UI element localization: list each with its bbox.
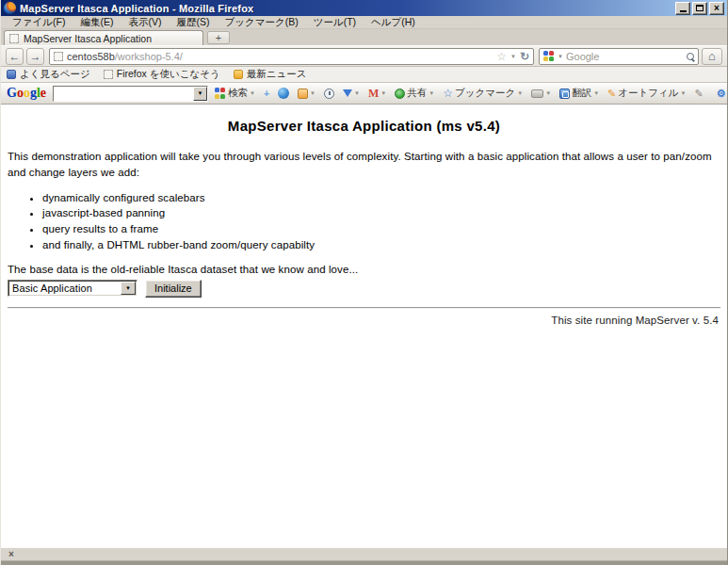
page-content: MapServer Itasca Application (ms v5.4) T… — [1, 105, 727, 547]
url-text: centos58b/workshop-5.4/ — [67, 51, 493, 62]
page-tools-button[interactable]: ▼ — [296, 88, 317, 100]
menu-bookmarks[interactable]: ブックマーク(B) — [217, 16, 305, 29]
find-bar-close-icon[interactable]: × — [8, 550, 14, 559]
close-button[interactable]: × — [709, 2, 724, 15]
app-controls: Basic Application ▼ Initialize — [8, 280, 720, 298]
autolink-button[interactable]: ▼ — [341, 89, 362, 98]
site-version-note: This site running MapServer v. 5.4 — [8, 315, 719, 326]
bookmark-label: よく見るページ — [20, 68, 90, 81]
minimize-button[interactable] — [675, 2, 690, 15]
default-favicon-icon — [9, 34, 19, 43]
menu-file[interactable]: ファイル(F) — [5, 16, 73, 29]
history-button[interactable] — [322, 88, 336, 100]
home-button[interactable]: ⌂ — [702, 48, 722, 65]
autofill-dropdown-icon[interactable]: ▼ — [681, 90, 687, 96]
feature-list: dynamically configured scalebars javascr… — [8, 191, 720, 252]
menu-tools[interactable]: ツール(T) — [306, 16, 364, 29]
gmail-icon: M — [368, 87, 379, 101]
google-balls-icon — [215, 88, 226, 99]
gmail-button[interactable]: M ▼ — [366, 86, 388, 102]
intro-paragraph: This demonstration application will take… — [8, 149, 720, 182]
toolbar-settings-button[interactable]: ⚙ ▼ — [715, 88, 728, 100]
gmail-dropdown-icon[interactable]: ▼ — [380, 90, 386, 96]
autolink-dropdown-icon[interactable]: ▼ — [354, 90, 360, 96]
initialize-button[interactable]: Initialize — [145, 280, 202, 298]
url-bar[interactable]: centos58b/workshop-5.4/ ☆ ▼ ↻ — [49, 48, 534, 65]
share-icon — [395, 89, 405, 99]
tab-mapserver[interactable]: MapServer Itasca Application — [4, 30, 203, 45]
titlebar: MapServer Itasca Application - Mozilla F… — [1, 0, 727, 16]
gbookmark-label: ブックマーク — [455, 87, 515, 100]
share-dropdown-icon[interactable]: ▼ — [429, 90, 434, 96]
engine-dropdown-icon[interactable]: ▼ — [558, 54, 563, 59]
bookmark-getting-started[interactable]: Firefox を使いこなそう — [104, 68, 220, 81]
site-favicon-icon — [54, 52, 63, 61]
page-dropdown-icon[interactable]: ▼ — [310, 90, 315, 96]
search-input[interactable] — [566, 51, 684, 62]
translate-dropdown-icon[interactable]: ▼ — [593, 90, 599, 96]
translate-button[interactable]: 翻訳 ▼ — [558, 86, 601, 101]
menu-view[interactable]: 表示(V) — [121, 16, 169, 29]
list-item: query results to a frame — [42, 222, 720, 235]
google-search-combo[interactable]: ▼ — [53, 86, 208, 102]
highlight-button[interactable]: + — [262, 87, 271, 100]
down-arrow-icon — [343, 89, 352, 97]
google-search-button[interactable]: 検索 ▼ — [213, 86, 257, 101]
firefox-logo-icon — [4, 2, 16, 14]
url-dropdown-icon[interactable]: ▼ — [510, 54, 516, 59]
list-item: javascript-based panning — [42, 206, 720, 219]
earth-button[interactable] — [276, 87, 291, 100]
search-dropdown-icon[interactable]: ▼ — [250, 90, 255, 96]
new-tab-button[interactable]: + — [207, 31, 230, 44]
bookmark-star-icon[interactable]: ☆ — [496, 51, 507, 62]
bookmark-label: Firefox を使いこなそう — [117, 68, 220, 81]
combo-dropdown-icon[interactable]: ▼ — [193, 87, 207, 101]
panel-icon — [531, 89, 543, 98]
window-title: MapServer Itasca Application - Mozilla F… — [20, 3, 675, 14]
google-engine-icon[interactable] — [543, 51, 555, 62]
google-logo: Google — [7, 86, 46, 101]
tab-title: MapServer Itasca Application — [24, 33, 152, 44]
url-host: centos58b — [67, 51, 115, 62]
autofill-label: オートフィル — [618, 87, 678, 100]
bookmark-latest-news[interactable]: 最新ニュース — [234, 68, 307, 81]
autofill-pencil-icon: ✎ — [607, 89, 616, 99]
pen-icon: ✎ — [695, 89, 704, 99]
search-magnifier-icon[interactable] — [687, 53, 694, 60]
crosshair-icon: + — [264, 88, 269, 99]
pen-button[interactable]: ✎ — [693, 88, 705, 100]
sidewiki-dropdown-icon[interactable]: ▼ — [545, 90, 551, 96]
share-button[interactable]: 共有 ▼ — [393, 86, 436, 101]
share-label: 共有 — [407, 87, 427, 100]
clock-icon — [324, 89, 334, 99]
back-button[interactable]: ← — [6, 48, 24, 65]
menu-history[interactable]: 履歴(S) — [169, 16, 217, 29]
select-dropdown-icon[interactable]: ▼ — [121, 282, 136, 295]
divider — [8, 307, 720, 309]
gbookmark-button[interactable]: ☆ ブックマーク ▼ — [441, 86, 525, 101]
gbookmark-dropdown-icon[interactable]: ▼ — [517, 90, 523, 96]
bookmark-most-visited[interactable]: よく見るページ — [7, 68, 90, 81]
reload-icon[interactable]: ↻ — [520, 51, 529, 62]
page-icon — [298, 89, 308, 99]
menubar: ファイル(F) 編集(E) 表示(V) 履歴(S) ブックマーク(B) ツール(… — [1, 16, 727, 29]
autofill-button[interactable]: ✎ オートフィル ▼ — [606, 86, 688, 101]
most-visited-icon — [7, 70, 16, 79]
maximize-button[interactable] — [692, 2, 707, 15]
menu-help[interactable]: ヘルプ(H) — [364, 16, 423, 29]
search-button-label: 検索 — [228, 87, 248, 100]
page-title: MapServer Itasca Application (ms v5.4) — [8, 118, 720, 134]
earth-icon — [278, 88, 289, 99]
menu-edit[interactable]: 編集(E) — [73, 16, 121, 29]
application-select[interactable]: Basic Application ▼ — [8, 280, 138, 297]
google-search-input[interactable] — [54, 87, 193, 101]
sidewiki-button[interactable]: ▼ — [529, 89, 553, 99]
google-toolbar: Google ▼ 検索 ▼ + ▼ ▼ M ▼ 共有 ▼ — [1, 83, 727, 105]
application-select-value: Basic Application — [8, 282, 121, 294]
search-box[interactable]: ▼ — [539, 48, 699, 65]
forward-button[interactable]: → — [26, 48, 44, 65]
wrench-icon: ⚙ — [717, 89, 726, 99]
bookmark-label: 最新ニュース — [247, 68, 307, 81]
window-bottom-edge — [1, 560, 727, 565]
browser-window: MapServer Itasca Application - Mozilla F… — [0, 0, 728, 565]
